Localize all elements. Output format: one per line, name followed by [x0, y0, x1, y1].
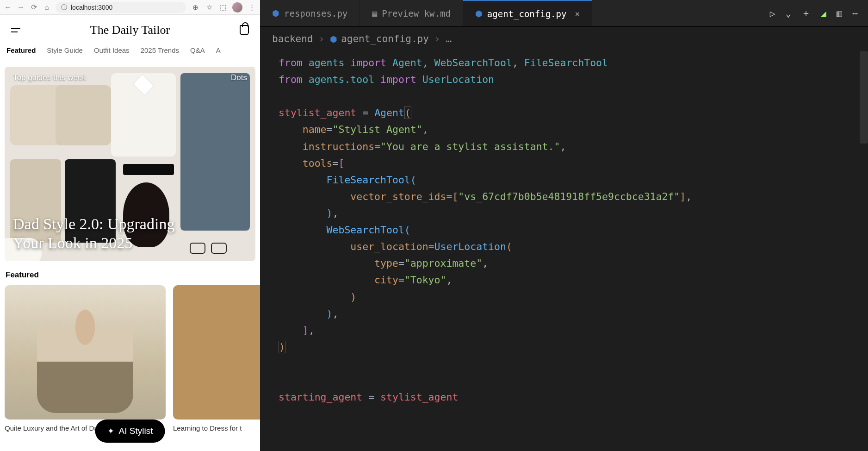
site-info-icon[interactable]: ⓘ — [61, 3, 67, 12]
editor-actions: ▷ ⌄ ＋ ◢ ▥ ⋯ — [770, 0, 868, 26]
tab-2025-trends[interactable]: 2025 Trends — [141, 46, 179, 54]
card-image — [5, 285, 166, 420]
category-tabs: Featured Style Guide Outfit Ideas 2025 T… — [0, 43, 260, 60]
editor-panel: ⬢ responses.py ▤ Preview kw.md ⬢ agent_c… — [260, 0, 868, 451]
tab-qa[interactable]: Q&A — [190, 46, 205, 54]
highlighter-icon[interactable]: ◢ — [821, 8, 826, 19]
breadcrumb-file[interactable]: ⬢ agent_config.py — [330, 33, 429, 44]
breadcrumb-symbol[interactable]: … — [446, 33, 452, 44]
site-title: The Daily Tailor — [90, 23, 170, 37]
card-row: Quite Luxury and the Art of Dressing Up … — [5, 285, 255, 432]
editor-tab-bar: ⬢ responses.py ▤ Preview kw.md ⬢ agent_c… — [260, 0, 868, 27]
sparkle-icon: ✦ — [107, 426, 114, 436]
tab-label: Preview kw.md — [382, 8, 451, 19]
hero-tag-right: Dots — [231, 73, 247, 82]
run-button[interactable]: ▷ — [770, 8, 775, 19]
ai-stylist-label: AI Stylist — [119, 426, 153, 436]
split-editor-icon[interactable]: ▥ — [837, 8, 842, 19]
extensions-icon[interactable]: ⬚ — [218, 3, 228, 12]
card-title: Learning to Dress for t — [173, 424, 260, 432]
ai-stylist-button[interactable]: ✦ AI Stylist — [95, 420, 165, 443]
bookmark-icon[interactable]: ☆ — [205, 3, 214, 12]
tab-more[interactable]: A — [216, 46, 221, 54]
chevron-icon: › — [319, 33, 325, 44]
forward-button[interactable]: → — [17, 3, 25, 12]
profile-avatar[interactable] — [232, 2, 242, 13]
site-header: The Daily Tailor — [0, 15, 260, 43]
browser-menu-icon[interactable]: ⋮ — [247, 3, 256, 12]
article-card[interactable]: Learning to Dress for t — [173, 285, 260, 432]
tab-preview-kw[interactable]: ▤ Preview kw.md — [360, 0, 463, 26]
tab-responses[interactable]: ⬢ responses.py — [260, 0, 360, 26]
url-text: localhost:3000 — [71, 4, 112, 11]
tab-agent-config[interactable]: ⬢ agent_config.py × — [463, 0, 592, 26]
tab-style-guide[interactable]: Style Guide — [47, 46, 83, 54]
python-icon: ⬢ — [330, 34, 337, 44]
breadcrumb[interactable]: backend › ⬢ agent_config.py › … — [260, 27, 868, 51]
section-title: Featured — [6, 270, 254, 280]
home-button[interactable]: ⌂ — [43, 3, 51, 12]
browser-toolbar: ← → ⟳ ⌂ ⓘ localhost:3000 ⊕ ☆ ⬚ ⋮ — [0, 0, 260, 15]
preview-icon: ▤ — [372, 8, 377, 18]
browser-panel: ← → ⟳ ⌂ ⓘ localhost:3000 ⊕ ☆ ⬚ ⋮ The Dai… — [0, 0, 260, 451]
hero-card[interactable]: Top guides this week Dots Dad Style 2.0:… — [5, 67, 255, 261]
bag-icon[interactable] — [240, 25, 249, 35]
python-icon: ⬢ — [272, 8, 279, 18]
tab-outfit-ideas[interactable]: Outfit Ideas — [94, 46, 130, 54]
hero-tag: Top guides this week — [13, 73, 86, 82]
breadcrumb-folder[interactable]: backend — [272, 33, 313, 44]
tab-label: agent_config.py — [487, 9, 567, 19]
scrollbar[interactable] — [860, 51, 868, 144]
card-image — [173, 285, 260, 420]
hamburger-icon[interactable] — [11, 28, 20, 32]
run-dropdown-icon[interactable]: ⌄ — [786, 8, 791, 19]
python-icon: ⬢ — [475, 9, 483, 19]
close-icon[interactable]: × — [575, 9, 580, 19]
back-button[interactable]: ← — [4, 3, 12, 12]
hero-headline: Dad Style 2.0: Upgrading Your Look in 20… — [13, 215, 198, 253]
page-content: Top guides this week Dots Dad Style 2.0:… — [0, 60, 260, 451]
add-button[interactable]: ＋ — [801, 7, 811, 19]
address-bar[interactable]: ⓘ localhost:3000 — [56, 2, 186, 13]
code-editor[interactable]: from agents import Agent, WebSearchTool,… — [260, 51, 868, 451]
chevron-icon: › — [434, 33, 440, 44]
more-actions-icon[interactable]: ⋯ — [852, 8, 858, 19]
zoom-icon[interactable]: ⊕ — [191, 3, 200, 12]
tab-featured[interactable]: Featured — [6, 46, 36, 54]
tab-label: responses.py — [284, 8, 347, 19]
reload-button[interactable]: ⟳ — [30, 3, 38, 12]
article-card[interactable]: Quite Luxury and the Art of Dressing Up … — [5, 285, 166, 432]
